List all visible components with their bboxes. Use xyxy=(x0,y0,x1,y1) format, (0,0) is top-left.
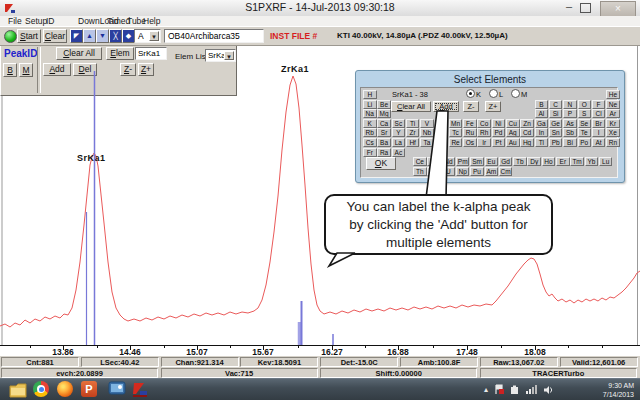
powerpoint-icon[interactable]: P xyxy=(81,381,101,399)
element-zr-button[interactable]: Zr xyxy=(406,128,420,137)
radio-k-line[interactable] xyxy=(466,89,475,98)
clear-button[interactable]: Clear xyxy=(43,29,67,43)
radio-m-line[interactable] xyxy=(511,89,520,98)
elem-list-select[interactable]: SrKa1 ▼ xyxy=(205,49,236,62)
element-au-button[interactable]: Au xyxy=(506,138,520,147)
element-n-button[interactable]: N xyxy=(563,100,577,109)
element-y-button[interactable]: Y xyxy=(392,128,406,137)
element-ag-button[interactable]: Ag xyxy=(506,128,520,137)
dialog-z-plus-button[interactable]: Z+ xyxy=(485,101,501,112)
background-button[interactable]: B xyxy=(3,63,17,77)
element-u-button[interactable]: U xyxy=(442,167,456,176)
display-icon[interactable] xyxy=(108,381,128,399)
element-ba-button[interactable]: Ba xyxy=(377,138,391,147)
element-ra-button[interactable]: Ra xyxy=(377,148,391,157)
element-pt-button[interactable]: Pt xyxy=(492,138,506,147)
element-cr-button[interactable]: Cr xyxy=(435,119,449,128)
filename-input[interactable]: OB40Archibarca35 xyxy=(164,29,264,43)
element-fr-button[interactable]: Fr xyxy=(363,148,377,157)
element-fe-button[interactable]: Fe xyxy=(463,119,477,128)
element-f-button[interactable]: F xyxy=(592,100,606,109)
element-ge-button[interactable]: Ge xyxy=(549,119,563,128)
element-v-button[interactable]: V xyxy=(420,119,434,128)
element-pr-button[interactable]: Pr xyxy=(427,157,441,166)
expand-up-icon[interactable]: ▲ xyxy=(83,29,96,43)
element-eu-button[interactable]: Eu xyxy=(485,157,499,166)
element-be-button[interactable]: Be xyxy=(377,100,391,109)
element-co-button[interactable]: Co xyxy=(477,119,491,128)
element-cs-button[interactable]: Cs xyxy=(363,138,377,147)
ok-button[interactable]: OK xyxy=(366,157,396,170)
elem-button[interactable]: Elem xyxy=(106,47,134,60)
element-c-button[interactable]: C xyxy=(549,100,563,109)
radio-l-line[interactable] xyxy=(489,89,498,98)
elem-input[interactable]: SrKa1 xyxy=(135,47,167,60)
speaker-icon[interactable] xyxy=(543,385,554,395)
element-tm-button[interactable]: Tm xyxy=(570,157,584,166)
menu-item-id[interactable]: ID xyxy=(46,16,55,26)
element-sn-button[interactable]: Sn xyxy=(549,128,563,137)
element-po-button[interactable]: Po xyxy=(578,138,592,147)
element-sb-button[interactable]: Sb xyxy=(563,128,577,137)
element-b-button[interactable]: B xyxy=(535,100,549,109)
element-er-button[interactable]: Er xyxy=(556,157,570,166)
element-zn-button[interactable]: Zn xyxy=(520,119,534,128)
element-k-button[interactable]: K xyxy=(363,119,377,128)
element-pb-button[interactable]: Pb xyxy=(549,138,563,147)
element-pd-button[interactable]: Pd xyxy=(492,128,506,137)
element-mg-button[interactable]: Mg xyxy=(377,109,391,118)
element-th-button[interactable]: Th xyxy=(413,167,427,176)
element-rb-button[interactable]: Rb xyxy=(363,128,377,137)
clear-all-button[interactable]: Clear All xyxy=(56,47,102,60)
element-ga-button[interactable]: Ga xyxy=(535,119,549,128)
element-sc-button[interactable]: Sc xyxy=(392,119,406,128)
spectrum-slot-select[interactable]: A ▼ xyxy=(134,29,161,43)
element-al-button[interactable]: Al xyxy=(535,109,549,118)
element-yb-button[interactable]: Yb xyxy=(585,157,599,166)
maximize-button[interactable] xyxy=(580,3,591,13)
battery-icon[interactable] xyxy=(510,385,520,395)
element-tl-button[interactable]: Tl xyxy=(535,138,549,147)
z-minus-button[interactable]: Z- xyxy=(120,63,136,76)
element-tb-button[interactable]: Tb xyxy=(513,157,527,166)
element-ta-button[interactable]: Ta xyxy=(420,138,434,147)
element-ti-button[interactable]: Ti xyxy=(406,119,420,128)
element-cu-button[interactable]: Cu xyxy=(506,119,520,128)
element-ho-button[interactable]: Ho xyxy=(542,157,556,166)
element-mo-button[interactable]: Mo xyxy=(435,128,449,137)
element-ce-button[interactable]: Ce xyxy=(413,157,427,166)
dialog-add-button[interactable]: Add xyxy=(433,101,459,112)
chrome-icon[interactable] xyxy=(33,381,53,399)
element-as-button[interactable]: As xyxy=(563,119,577,128)
element-cm-button[interactable]: Cm xyxy=(499,167,513,176)
chevron-down-icon[interactable]: ▼ xyxy=(149,31,159,41)
element-te-button[interactable]: Te xyxy=(578,128,592,137)
element-sm-button[interactable]: Sm xyxy=(470,157,484,166)
compress-x-icon[interactable]: ╳ xyxy=(109,29,122,43)
element-nb-button[interactable]: Nb xyxy=(420,128,434,137)
element-se-button[interactable]: Se xyxy=(578,119,592,128)
element-ru-button[interactable]: Ru xyxy=(463,128,477,137)
element-hg-button[interactable]: Hg xyxy=(520,138,534,147)
element-br-button[interactable]: Br xyxy=(592,119,606,128)
element-rh-button[interactable]: Rh xyxy=(477,128,491,137)
element-lu-button[interactable]: Lu xyxy=(599,157,613,166)
element-in-button[interactable]: In xyxy=(535,128,549,137)
element-p-button[interactable]: P xyxy=(563,109,577,118)
dialog-clear-all-button[interactable]: Clear All xyxy=(391,101,431,112)
add-button[interactable]: Add xyxy=(43,63,71,76)
marker-button[interactable]: M xyxy=(19,63,33,77)
full-range-icon[interactable]: ◤ xyxy=(70,29,83,43)
menu-item-setup[interactable]: Setup xyxy=(25,16,47,26)
element-he-button[interactable]: He xyxy=(606,90,620,99)
element-dy-button[interactable]: Dy xyxy=(527,157,541,166)
menu-item-file[interactable]: File xyxy=(8,16,22,26)
element-xe-button[interactable]: Xe xyxy=(606,128,620,137)
firefox-icon[interactable] xyxy=(57,381,77,399)
element-pm-button[interactable]: Pm xyxy=(456,157,470,166)
close-button[interactable]: × xyxy=(600,1,636,17)
element-am-button[interactable]: Am xyxy=(485,167,499,176)
element-bi-button[interactable]: Bi xyxy=(563,138,577,147)
element-tc-button[interactable]: Tc xyxy=(449,128,463,137)
element-np-button[interactable]: Np xyxy=(456,167,470,176)
